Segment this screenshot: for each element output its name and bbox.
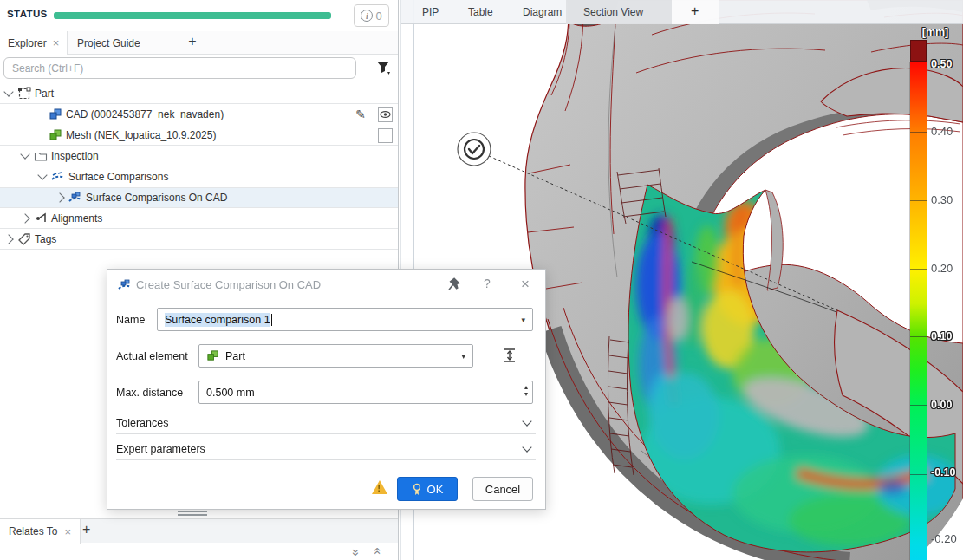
tree-item-surface-comparisons[interactable]: Surface Comparisons <box>0 166 398 187</box>
tab-project-guide-label: Project Guide <box>77 37 140 49</box>
eye-icon <box>380 110 391 119</box>
tree-item-label: Surface Comparisons On CAD <box>86 192 227 204</box>
tab-section-view-label: Section View <box>583 6 643 18</box>
tab-table[interactable]: Table <box>468 0 493 24</box>
tree-item-label: Alignments <box>51 212 102 225</box>
tree-item-mesh[interactable]: Mesh (NEK_lopatica_10.9.2025) <box>0 125 398 146</box>
spinner-arrows[interactable]: ▴▾ <box>524 384 528 398</box>
chevron-down-icon <box>522 416 531 426</box>
tab-project-guide[interactable]: Project Guide <box>69 31 148 55</box>
chevron-down-icon[interactable] <box>37 170 47 179</box>
bottom-tab-bar: Relates To × + <box>0 518 398 543</box>
part-icon <box>17 87 31 101</box>
max-distance-input[interactable]: 0.500 mm ▴▾ <box>198 381 533 404</box>
close-icon[interactable]: × <box>521 276 530 293</box>
pin-icon[interactable] <box>446 277 461 292</box>
actual-element-value: Part <box>225 350 245 362</box>
ok-button[interactable]: OK <box>397 477 458 501</box>
tab-pip-label: PIP <box>422 6 439 18</box>
expand-all-icon[interactable]: » <box>368 549 383 554</box>
surface-comparison-icon <box>51 170 65 184</box>
tab-explorer[interactable]: Explorer × <box>0 31 68 55</box>
tab-diagram[interactable]: Diagram <box>523 0 562 24</box>
tree-item-alignments[interactable]: Alignments <box>0 208 398 229</box>
close-icon[interactable]: × <box>64 526 71 537</box>
tree-item-label: Part <box>35 88 54 100</box>
name-input[interactable]: Surface comparison 1 ▾ <box>157 308 533 331</box>
alignments-icon <box>34 212 48 225</box>
actual-element-select[interactable]: Part ▾ <box>198 344 473 368</box>
name-label: Name <box>116 314 145 326</box>
chevron-down-icon[interactable]: ▾ <box>461 352 465 361</box>
colorbar-gradient <box>910 62 927 560</box>
colorbar-tick-label: 0.20 <box>931 262 963 275</box>
surface-comparison-icon <box>118 278 132 292</box>
tab-relates-to-label: Relates To <box>9 525 57 537</box>
add-view-tab-button[interactable]: + <box>691 3 699 19</box>
info-count: 0 <box>375 10 381 23</box>
info-button[interactable]: i 0 <box>354 4 389 27</box>
tolerances-label: Tolerances <box>116 417 168 429</box>
edit-pencil-icon[interactable]: ✎ <box>355 107 366 121</box>
dialog-title: Create Surface Comparison On CAD <box>136 278 321 291</box>
colorbar-tick-label: 0.40 <box>931 125 963 138</box>
chevron-down-icon[interactable] <box>3 87 13 96</box>
panel-splitter-handle[interactable] <box>178 511 207 518</box>
chevron-right-icon[interactable] <box>55 192 64 202</box>
search-row <box>0 55 398 81</box>
create-surface-comparison-dialog: Create Surface Comparison On CAD ? × Nam… <box>107 269 546 510</box>
tag-icon <box>17 232 31 246</box>
colorbar-unit-label: [mm] <box>916 26 954 38</box>
tree-item-tags[interactable]: Tags <box>0 229 398 250</box>
chevron-right-icon[interactable] <box>3 234 13 244</box>
dialog-title-bar[interactable]: Create Surface Comparison On CAD ? × <box>107 270 545 299</box>
checkmark-annotation[interactable] <box>458 133 491 166</box>
tree-item-label: CAD (0002453877_nek_navaden) <box>66 108 224 120</box>
tab-section-view[interactable]: Section View <box>583 0 643 24</box>
tree-item-inspection[interactable]: Inspection <box>0 146 398 166</box>
info-icon: i <box>361 10 373 22</box>
chevron-down-icon[interactable] <box>20 149 29 159</box>
chevron-down-icon <box>522 442 531 452</box>
status-label: STATUS <box>7 9 48 19</box>
chevron-down-icon[interactable]: ▾ <box>521 316 525 324</box>
colorbar-tick-label: 0.10 <box>931 330 963 342</box>
visibility-checkbox-checked[interactable] <box>378 107 393 122</box>
name-value: Surface comparison 1 <box>165 313 270 327</box>
close-icon[interactable]: × <box>53 37 60 49</box>
panel-tab-bar: Explorer × Project Guide + <box>0 31 398 55</box>
expert-parameters-label: Expert parameters <box>116 443 205 455</box>
part-mesh-icon <box>206 349 219 362</box>
tolerances-section[interactable]: Tolerances <box>116 412 536 434</box>
cad-icon <box>49 107 62 121</box>
add-tab-button[interactable]: + <box>184 34 201 49</box>
collapse-all-icon[interactable]: » <box>349 549 364 554</box>
tree-item-part[interactable]: Part <box>0 83 398 104</box>
filter-icon[interactable] <box>374 58 394 77</box>
search-input[interactable] <box>3 57 356 79</box>
help-icon[interactable]: ? <box>484 277 491 290</box>
expert-parameters-section[interactable]: Expert parameters <box>116 438 536 460</box>
tree-item-label: Inspection <box>51 150 99 162</box>
visibility-checkbox-unchecked[interactable] <box>378 128 393 143</box>
colorbar-tick-label: 0.50 <box>931 58 963 70</box>
cancel-button[interactable]: Cancel <box>472 477 533 501</box>
actual-element-label: Actual element <box>116 350 188 362</box>
tab-explorer-label: Explorer <box>8 37 47 49</box>
status-progress <box>54 12 331 19</box>
add-tab-button[interactable]: + <box>82 522 90 537</box>
tab-pip[interactable]: PIP <box>422 0 439 24</box>
tab-relates-to[interactable]: Relates To × <box>0 519 81 544</box>
tree-item-label: Tags <box>35 233 56 245</box>
tree-item-cad[interactable]: CAD (0002453877_nek_navaden) ✎ <box>0 104 398 125</box>
viewport-tab-bar: PIP Table Diagram Section View + <box>401 0 963 24</box>
max-distance-label: Max. distance <box>116 387 183 399</box>
status-progress-fill <box>54 12 331 19</box>
mesh-icon <box>49 128 62 142</box>
tree-item-label: Mesh (NEK_lopatica_10.9.2025) <box>66 129 216 141</box>
tree-item-surface-comparisons-on-cad[interactable]: Surface Comparisons On CAD <box>0 187 398 208</box>
chevron-right-icon[interactable] <box>20 213 29 223</box>
colorbar-tick-label: -0.20 <box>931 532 963 545</box>
status-bar: STATUS i 0 <box>0 0 398 29</box>
fit-distance-icon[interactable] <box>502 348 517 363</box>
